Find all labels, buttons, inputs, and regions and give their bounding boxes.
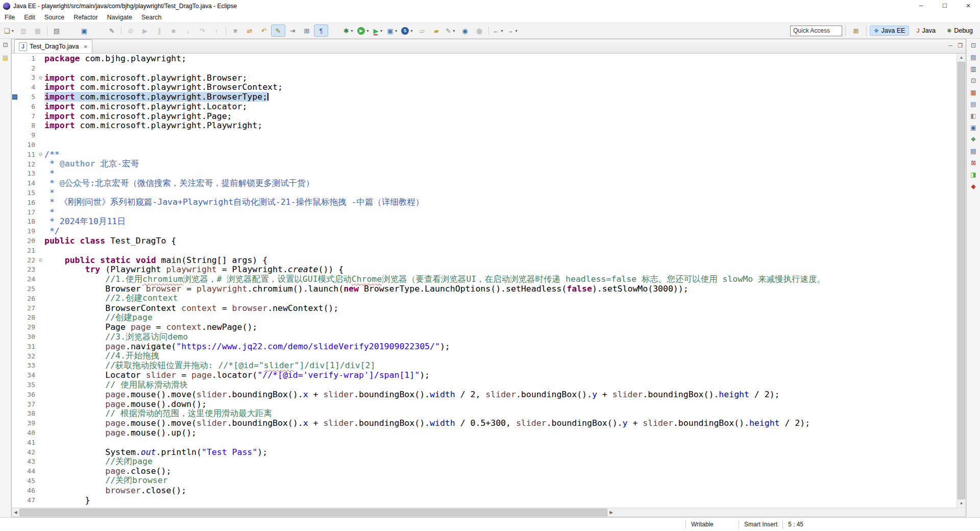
markers-icon[interactable]: ◆ (969, 182, 978, 190)
resume-button[interactable]: ▶ (138, 25, 152, 37)
scroll-up-icon[interactable]: ▲ (960, 54, 964, 61)
code-line[interactable]: 28 //创建page (12, 313, 957, 323)
code-line[interactable]: 31 page.navigate("https://www.jq22.com/d… (12, 342, 957, 351)
code-line[interactable]: 7import com.microsoft.playwright.Page; (12, 111, 957, 121)
skip-breakpoints-button[interactable]: ⊘ (124, 25, 138, 37)
code-line[interactable]: 47 } (12, 495, 957, 505)
fold-marker[interactable]: ⊖ (37, 151, 44, 158)
code-line[interactable]: 18 * 2024年10月11日 (12, 217, 957, 227)
open-console-button[interactable]: ▣ (77, 25, 91, 37)
step-into-button[interactable]: ↓ (181, 25, 195, 37)
relaunch-button[interactable]: ⇄ (242, 25, 257, 37)
code-line[interactable]: 9 (12, 130, 957, 140)
tab-close-icon[interactable]: ✕ (84, 44, 88, 50)
forward-dropdown-button[interactable]: →▼ (505, 25, 520, 37)
project-explorer-icon[interactable]: ▤ (969, 53, 978, 61)
code-line[interactable]: 35 // 使用鼠标滑动滑块 (12, 380, 957, 390)
open-perspective-button[interactable]: ⊞ (849, 25, 863, 37)
perspective-debug[interactable]: ✱Debug (943, 26, 977, 36)
code-line[interactable]: 33 //获取拖动按钮位置并拖动: //*[@id="slider"]/div[… (12, 361, 957, 371)
code-line[interactable]: 39 page.mouse().move(slider.boundingBox(… (12, 418, 957, 428)
code-line[interactable]: 8import com.microsoft.playwright.Playwri… (12, 121, 957, 131)
code-line[interactable]: 12 * @author 北京-宏哥 (12, 159, 957, 169)
new-server-dropdown-button[interactable]: ▣▼ (385, 25, 400, 37)
link-with-editor-button[interactable]: ⇥ (285, 25, 300, 37)
run-dropdown-button[interactable]: ▶▼ (356, 25, 371, 37)
suspend-button[interactable]: ∥ (152, 25, 166, 37)
maximize-button[interactable]: ☐ (933, 0, 957, 12)
menu-refactor[interactable]: Refactor (69, 13, 102, 22)
code-line[interactable]: 41 (12, 438, 957, 447)
import-button[interactable]: ▱ (415, 25, 429, 37)
code-line[interactable]: 23 try (Playwright playwright = Playwrig… (12, 265, 957, 275)
outline-icon[interactable]: ▥ (969, 65, 978, 73)
web-service-dropdown-button[interactable]: S▼ (400, 25, 415, 37)
code-line[interactable]: 24 //1.使用chromium浏览器，# 浏览器配置，设置以GUI模式启动C… (12, 274, 957, 284)
last-edit-location-button[interactable]: ↶ (257, 25, 271, 37)
menu-edit[interactable]: Edit (19, 13, 40, 22)
perspective-java-ee[interactable]: ❖Java EE (870, 26, 909, 36)
save-all-button[interactable]: ▦ (31, 25, 45, 37)
terminate-button[interactable]: ■ (166, 25, 181, 37)
code-line[interactable]: 42 System.out.println("Test Pass"); (12, 447, 957, 457)
problems-icon[interactable]: ▦ (969, 88, 978, 96)
snippets-icon[interactable]: ▤ (969, 147, 978, 155)
code-line[interactable]: 27 BrowserContext context = browser.newC… (12, 303, 957, 313)
palette-icon[interactable]: ❖ (969, 135, 978, 143)
code-line[interactable]: 21 (12, 246, 957, 255)
export-button[interactable]: ▰ (429, 25, 444, 37)
servers-icon[interactable]: ◧ (969, 112, 978, 120)
code-line[interactable]: 3⊖import com.microsoft.playwright.Browse… (12, 73, 957, 83)
restore-editor-icon[interactable]: ⊡ (969, 77, 978, 85)
menu-source[interactable]: Source (40, 13, 69, 22)
code-line[interactable]: 10 (12, 140, 957, 150)
menu-search[interactable]: Search (137, 13, 166, 22)
menu-navigate[interactable]: Navigate (103, 13, 137, 22)
code-line[interactable]: 11⊖/** (12, 150, 957, 159)
code-line[interactable]: 4import com.microsoft.playwright.Browser… (12, 82, 957, 92)
progress-icon[interactable]: ◨ (969, 171, 978, 179)
back-dropdown-button[interactable]: ←▼ (491, 25, 505, 37)
package-explorer-icon[interactable]: ▤ (1, 54, 10, 62)
restore-pane-icon[interactable]: ⊡ (969, 41, 978, 50)
code-line[interactable]: 46 browser.close(); (12, 486, 957, 495)
code-line[interactable]: 45 //关闭browser (12, 476, 957, 486)
properties-icon[interactable]: ▤ (969, 100, 978, 108)
next-annotation-button[interactable]: ≡ (228, 25, 242, 37)
code-line[interactable]: 20public class Test_DragTo { (12, 236, 957, 246)
maximize-view-button[interactable]: ❐ (958, 42, 963, 49)
clean-pen-button[interactable]: ✎ (105, 25, 119, 37)
code-line[interactable]: 5import com.microsoft.playwright.Browser… (12, 92, 957, 102)
search-button[interactable]: ◎ (472, 25, 486, 37)
open-web-browser-button[interactable]: ◉ (458, 25, 472, 37)
mark-occurrences-button[interactable]: ✎ (271, 25, 285, 37)
fold-marker[interactable]: ⊖ (37, 74, 44, 81)
code-line[interactable]: 30 //3.浏览器访问demo (12, 332, 957, 342)
code-line[interactable]: 34 Locator slider = page.locator("//*[@i… (12, 370, 957, 380)
vertical-scroll-thumb[interactable] (958, 62, 965, 499)
perspective-java[interactable]: JJava (912, 26, 940, 36)
horizontal-scrollbar[interactable]: ◀ ▶ (12, 508, 966, 517)
horizontal-scroll-thumb[interactable] (19, 509, 607, 516)
code-line[interactable]: 22⊖ public static void main(String[] arg… (12, 255, 957, 265)
code-line[interactable]: 40 page.mouse().up(); (12, 428, 957, 438)
code-line[interactable]: 44 page.close(); (12, 466, 957, 476)
scroll-right-icon[interactable]: ▶ (607, 510, 615, 515)
code-line[interactable]: 43 //关闭page (12, 456, 957, 466)
code-line[interactable]: 1package com.bjhg.playwright; (12, 54, 957, 63)
close-button[interactable]: ✕ (957, 0, 980, 12)
show-whitespace-button[interactable]: ¶ (314, 25, 328, 37)
save-button[interactable]: ▥ (16, 25, 31, 37)
console-icon[interactable]: ▣ (969, 124, 978, 132)
code-line[interactable]: 37 page.mouse().down(); (12, 399, 957, 409)
code-line[interactable]: 19 */ (12, 226, 957, 236)
code-line[interactable]: 25 Browser browser = playwright.chromium… (12, 284, 957, 294)
minimize-button[interactable]: ─ (910, 0, 933, 12)
step-over-button[interactable]: ↷ (195, 25, 209, 37)
open-type-button[interactable]: ▤ (50, 25, 64, 37)
new-wizard-button[interactable]: ❏▼ (2, 25, 16, 37)
code-line[interactable]: 16 * 《刚刚问世》系列初窥篇-Java+Playwright自动化测试-21… (12, 198, 957, 207)
minimize-view-button[interactable]: ─ (948, 42, 952, 49)
fold-marker[interactable]: ⊖ (37, 256, 44, 263)
code-line[interactable]: 38 // 根据滑动的范围，这里使用滑动最大距离 (12, 408, 957, 418)
